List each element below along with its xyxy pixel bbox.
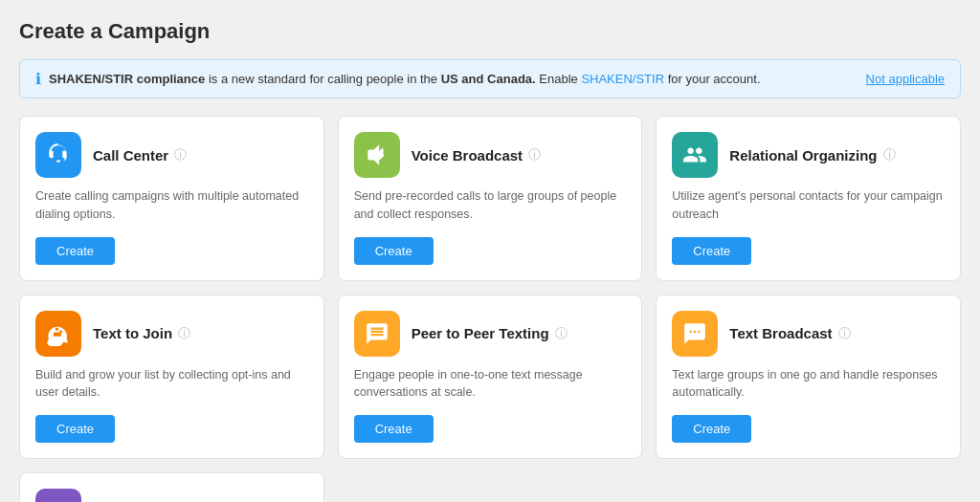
voice-broadcast-info-icon[interactable]: ⓘ (528, 146, 541, 164)
voice-broadcast-title: Voice Broadcast (412, 147, 523, 164)
call-center-description: Create calling campaigns with multiple a… (35, 187, 308, 224)
card-title-row: Peer to Peer Texting ⓘ (412, 325, 568, 342)
card-peer-to-peer: Peer to Peer Texting ⓘ Engage people in … (338, 295, 643, 460)
card-email: Email Free 100K emails Create email temp… (19, 472, 324, 502)
card-title-row: Text to Join ⓘ (93, 325, 190, 342)
card-title-row: Text Broadcast ⓘ (729, 325, 850, 342)
text-broadcast-description: Text large groups in one go and handle r… (672, 366, 945, 403)
text-broadcast-title: Text Broadcast (729, 325, 832, 341)
call-center-icon (35, 132, 81, 178)
alert-shaken-link[interactable]: SHAKEN/STIR (581, 72, 664, 86)
text-to-join-create-button[interactable]: Create (35, 415, 115, 443)
page-title: Create a Campaign (19, 19, 961, 44)
call-center-create-button[interactable]: Create (35, 237, 115, 265)
email-icon (35, 489, 81, 502)
relational-organizing-info-icon[interactable]: ⓘ (883, 146, 896, 164)
card-header: Text Broadcast ⓘ (672, 311, 945, 357)
card-title-row: Call Center ⓘ (93, 146, 187, 164)
relational-organizing-icon (672, 132, 718, 178)
text-to-join-info-icon[interactable]: ⓘ (178, 325, 190, 342)
peer-to-peer-description: Engage people in one-to-one text message… (354, 366, 627, 403)
alert-text-3: Enable SHAKEN/STIR for your account. (536, 72, 761, 86)
cards-grid: Call Center ⓘ Create calling campaigns w… (19, 116, 961, 502)
card-header: Voice Broadcast ⓘ (354, 132, 627, 178)
card-header: Email Free 100K emails (35, 489, 308, 502)
card-relational-organizing: Relational Organizing ⓘ Utilize agent's … (656, 116, 961, 281)
call-center-info-icon[interactable]: ⓘ (174, 146, 187, 164)
card-title-row: Voice Broadcast ⓘ (412, 146, 541, 164)
text-to-join-title: Text to Join (93, 325, 172, 341)
alert-left: ℹ SHAKEN/STIR compliance is a new standa… (35, 70, 761, 88)
text-broadcast-icon (672, 311, 718, 357)
peer-to-peer-create-button[interactable]: Create (354, 415, 434, 443)
relational-organizing-title: Relational Organizing (729, 147, 877, 164)
card-header: Peer to Peer Texting ⓘ (354, 311, 627, 357)
text-to-join-icon (35, 311, 81, 357)
not-applicable-link[interactable]: Not applicable (866, 72, 945, 86)
card-header: Text to Join ⓘ (35, 311, 308, 357)
info-icon: ℹ (35, 70, 41, 88)
text-to-join-description: Build and grow your list by collecting o… (35, 366, 308, 403)
alert-bold-text: SHAKEN/STIR compliance (49, 72, 205, 86)
alert-us-canada: US and Canada. (441, 72, 536, 86)
text-broadcast-info-icon[interactable]: ⓘ (838, 325, 851, 342)
card-voice-broadcast: Voice Broadcast ⓘ Send pre-recorded call… (338, 116, 643, 281)
alert-text: SHAKEN/STIR compliance is a new standard… (49, 72, 761, 86)
card-header: Relational Organizing ⓘ (672, 132, 945, 178)
card-call-center: Call Center ⓘ Create calling campaigns w… (19, 116, 324, 281)
call-center-title: Call Center (93, 147, 168, 164)
page-container: Create a Campaign ℹ SHAKEN/STIR complian… (19, 19, 961, 502)
relational-organizing-create-button[interactable]: Create (672, 237, 751, 265)
relational-organizing-description: Utilize agent's personal contacts for yo… (672, 187, 945, 224)
card-header: Call Center ⓘ (35, 132, 308, 178)
voice-broadcast-create-button[interactable]: Create (354, 237, 434, 265)
card-text-broadcast: Text Broadcast ⓘ Text large groups in on… (656, 295, 961, 460)
alert-text-2: is a new standard for calling people in … (205, 72, 440, 86)
alert-banner: ℹ SHAKEN/STIR compliance is a new standa… (19, 59, 961, 98)
card-title-row: Relational Organizing ⓘ (729, 146, 895, 164)
peer-to-peer-title: Peer to Peer Texting (412, 325, 549, 341)
voice-broadcast-description: Send pre-recorded calls to large groups … (354, 187, 627, 224)
peer-to-peer-info-icon[interactable]: ⓘ (555, 325, 568, 342)
peer-to-peer-icon (354, 311, 400, 357)
voice-broadcast-icon (354, 132, 400, 178)
card-text-to-join: Text to Join ⓘ Build and grow your list … (19, 295, 324, 460)
text-broadcast-create-button[interactable]: Create (672, 415, 751, 443)
